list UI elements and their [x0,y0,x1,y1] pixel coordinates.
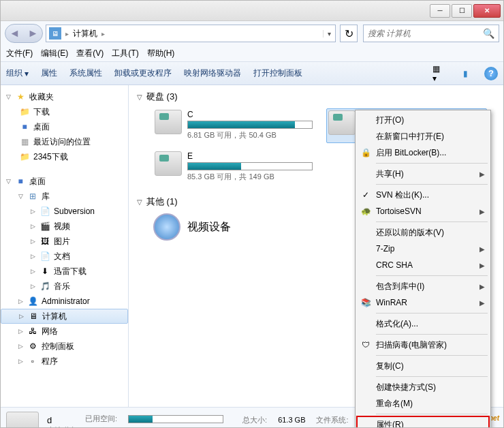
back-icon[interactable]: ◄ [5,25,24,42]
context-item-label: 创建快捷方式(S) [376,382,436,393]
user-icon: 👤 [27,296,39,307]
context-item[interactable]: 重命名(M) [357,395,489,412]
recent-icon: ▦ [18,136,31,147]
context-item-label: 格式化(A)... [376,318,418,330]
context-item[interactable]: 📚WinRAR▶ [357,294,489,311]
context-item[interactable]: 格式化(A)... [357,316,489,332]
forward-icon[interactable]: ► [24,25,42,42]
menu-bar: 文件(F) 编辑(E) 查看(V) 工具(T) 帮助(H) [1,46,503,62]
search-input[interactable] [368,29,483,38]
tree-network[interactable]: ▷🖧网络 [1,324,128,339]
context-item[interactable]: 7-Zip▶ [357,241,489,257]
breadcrumb-sep-icon: ▸ [100,30,106,37]
search-icon[interactable]: 🔍 [483,28,494,39]
context-item-label: WinRAR [376,298,407,307]
context-item-label: 包含到库中(I) [376,281,424,292]
music-icon: 🎵 [39,281,51,292]
context-item[interactable]: 🛡扫描病毒(电脑管家) [357,337,489,353]
breadcrumb-computer[interactable]: 计算机 [70,28,100,40]
tree-programs[interactable]: ▷▫程序 [1,354,128,369]
tree-videos[interactable]: ▷🎬视频 [1,219,128,234]
context-item-label: CRC SHA [376,260,413,270]
tree-music[interactable]: ▷🎵音乐 [1,279,128,294]
tree-recent[interactable]: ▦最近访问的位置 [1,134,128,149]
context-item-label: 复制(C) [376,361,404,372]
toolbar-organize[interactable]: 组织 ▾ [6,67,29,79]
context-item[interactable]: CRC SHA▶ [357,257,489,273]
tree-thunder[interactable]: ▷⬇迅雷下载 [1,264,128,279]
folder-icon: 📁 [18,151,31,162]
context-item[interactable]: 🔒启用 BitLocker(B)... [357,144,489,161]
context-item[interactable]: 共享(H)▶ [357,166,489,182]
tree-computer[interactable]: ▷🖥计算机 [1,309,128,324]
preview-pane-icon[interactable]: ▮ [458,67,472,80]
collapse-icon[interactable]: ▽ [137,198,142,206]
status-fs-label: 文件系统: [316,415,348,425]
tree-desktop[interactable]: ■桌面 [1,119,128,134]
context-item-icon: 🔒 [360,147,372,159]
context-item[interactable]: 创建快捷方式(S) [357,379,489,395]
tree-favorites[interactable]: ▽ ★ 收藏夹 [1,89,128,104]
collapse-icon[interactable]: ▽ [18,193,27,200]
context-item-icon: 🐢 [360,205,372,217]
help-icon[interactable]: ? [484,67,498,80]
status-total-label: 总大小: [242,415,267,425]
folder-icon: 📁 [18,106,31,117]
tree-pictures[interactable]: ▷🖼图片 [1,234,128,249]
context-item[interactable]: 属性(R) [357,416,489,428]
tree-documents[interactable]: ▷📄文档 [1,249,128,264]
context-item[interactable]: 打开(O) [357,112,489,128]
desktop-icon: ■ [18,121,31,132]
drive-c[interactable]: C 6.81 GB 可用，共 50.4 GB [153,108,314,143]
doc-icon: 📄 [39,251,51,262]
toolbar-system-properties[interactable]: 系统属性 [69,67,102,79]
tree-control-panel[interactable]: ▷⚙控制面板 [1,339,128,354]
search-box[interactable]: 🔍 [363,25,499,42]
context-item-label: 共享(H) [376,168,404,180]
maximize-button[interactable]: ☐ [452,4,472,18]
menu-tools[interactable]: 工具(T) [112,48,138,59]
toolbar-properties[interactable]: 属性 [41,67,57,79]
toolbar-uninstall[interactable]: 卸载或更改程序 [114,67,172,79]
collapse-icon[interactable]: ▽ [6,178,14,185]
nav-back-forward[interactable]: ◄ ► [5,24,43,43]
computer-icon: 🖥 [49,27,61,40]
address-dropdown-icon[interactable]: ▾ [323,30,335,37]
toolbar-control-panel[interactable]: 打开控制面板 [253,67,302,79]
context-separator [376,334,488,335]
context-separator [376,275,488,276]
menu-help[interactable]: 帮助(H) [147,48,175,59]
context-item-label: 在新窗口中打开(E) [376,131,444,142]
context-item[interactable]: 在新窗口中打开(E) [357,128,489,144]
context-item[interactable]: 复制(C) [357,358,489,374]
menu-edit[interactable]: 编辑(E) [41,48,68,59]
context-separator [376,355,488,356]
library-icon: ⊞ [27,191,39,202]
tree-admin[interactable]: ▷👤Administrator [1,294,128,309]
view-options-icon[interactable]: ▦ ▾ [432,67,446,80]
context-separator [376,414,488,414]
section-disks[interactable]: ▽ 硬盘 (3) [137,91,495,103]
context-item[interactable]: ✓SVN 检出(K)... [357,187,489,203]
tree-desktop-root[interactable]: ▽ ■ 桌面 [1,174,128,189]
tree-subversion[interactable]: ▷📄Subversion [1,204,128,219]
address-bar[interactable]: 🖥 ▸ 计算机 ▸ ▾ [46,25,336,42]
collapse-icon[interactable]: ▽ [137,93,142,101]
tree-library[interactable]: ▽⊞库 [1,189,128,204]
menu-view[interactable]: 查看(V) [76,48,104,59]
tree-2345[interactable]: 📁2345下载 [1,149,128,164]
context-item[interactable]: 🐢TortoiseSVN▶ [357,203,489,219]
minimize-button[interactable]: ─ [430,4,450,18]
refresh-button[interactable]: ↻ [340,25,358,42]
menu-file[interactable]: 文件(F) [6,48,33,59]
context-item[interactable]: 包含到库中(I)▶ [357,278,489,294]
close-button[interactable]: ✕ [473,4,501,18]
collapse-icon[interactable]: ▽ [6,93,14,100]
tree-downloads[interactable]: 📁下载 [1,104,128,119]
context-item[interactable]: 还原以前的版本(V) [357,224,489,241]
drive-e[interactable]: E 85.3 GB 可用，共 149 GB [153,150,314,183]
drive-icon [6,412,39,429]
toolbar-map-drive[interactable]: 映射网络驱动器 [184,67,241,79]
drive-info: 85.3 GB 可用，共 149 GB [187,172,313,182]
programs-icon: ▫ [27,356,39,367]
